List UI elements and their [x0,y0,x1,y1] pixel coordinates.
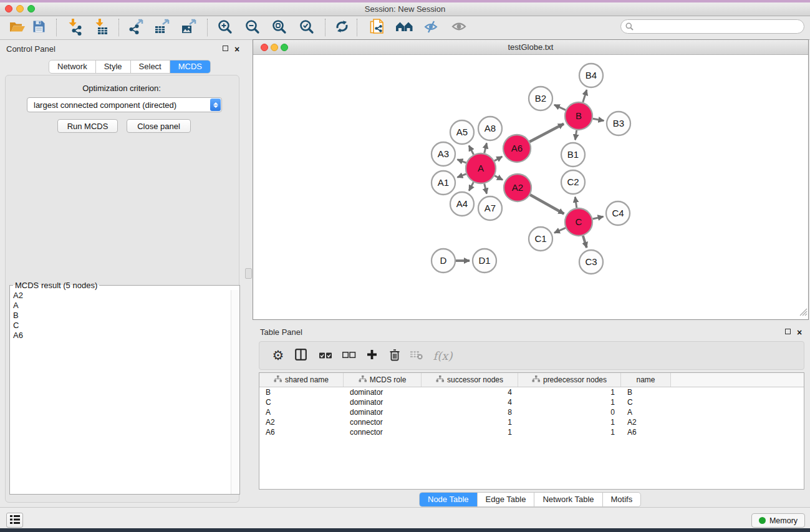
export-network-button[interactable] [125,17,147,38]
close-network-button[interactable] [261,44,268,51]
close-panel-button[interactable]: Close panel [127,119,191,133]
export-table-button[interactable] [152,17,173,38]
table-row[interactable]: Bdominator41B [259,387,804,397]
minimize-network-button[interactable] [271,44,278,51]
hierarchy-icon [532,375,540,384]
graph-edge-A-A2[interactable] [494,176,503,180]
cell-predecessor-nodes: 1 [518,428,621,437]
result-scrollbar[interactable] [231,290,239,494]
graph-edge-C-C2[interactable] [575,197,576,208]
close-window-button[interactable] [5,5,12,12]
table-settings-button[interactable]: ⚙ [268,346,288,365]
delete-table-button[interactable] [407,346,427,365]
node-table: shared nameMCDS rolesuccessor nodesprede… [259,372,804,490]
close-table-panel-icon[interactable]: × [797,329,802,336]
table-row[interactable]: A6connector11A6 [259,427,804,437]
graph-edge-A-A3[interactable] [457,160,466,163]
import-network-button[interactable] [64,17,85,38]
home-button[interactable] [393,17,415,38]
tab-style[interactable]: Style [96,60,131,73]
zoom-window-button[interactable] [27,5,35,12]
column-header-shared-name[interactable]: shared name [259,373,344,387]
graph-edge-A-A7[interactable] [485,183,487,193]
column-header-mcds-role[interactable]: MCDS role [344,373,422,387]
refresh-view-button[interactable] [331,17,352,38]
tab-mcds[interactable]: MCDS [170,60,210,73]
cell-mcds-role: dominator [344,398,422,407]
import-table-button[interactable] [91,17,112,38]
table-row[interactable]: Adominator80A [259,407,804,417]
mcds-result-item[interactable]: A2 [13,291,239,301]
graph-edge-A-A8[interactable] [485,143,487,153]
resize-grip-icon[interactable] [799,307,808,319]
task-history-button[interactable] [6,513,23,528]
function-builder-button[interactable]: f(x) [429,346,456,365]
tab-node-table[interactable]: Node Table [420,493,478,506]
zoom-in-button[interactable] [214,17,235,38]
table-body: Bdominator41BCdominator41CAdominator80AA… [259,387,804,489]
tab-network-table[interactable]: Network Table [534,493,602,506]
tab-edge-table[interactable]: Edge Table [478,493,535,506]
network-graph[interactable]: B4B2BB3A5A8A6B1A3AA1C2A2A4A7C4CC1C3DD1 [253,55,808,319]
table-row[interactable]: Cdominator41C [259,397,804,407]
graph-edge-C-C4[interactable] [592,216,603,219]
graph-edge-C-C3[interactable] [583,236,587,248]
cell-name: A [621,408,671,417]
fx-icon: f(x) [433,349,453,362]
mcds-result-item[interactable]: A [13,301,239,311]
export-image-button[interactable] [178,17,200,38]
mcds-result-item[interactable]: B [13,311,239,321]
cell-predecessor-nodes: 0 [518,408,621,417]
graph-edge-B-B3[interactable] [593,118,604,120]
hierarchy-icon [436,375,444,384]
zoom-out-button[interactable] [241,17,263,38]
mcds-result-item[interactable]: A6 [13,331,239,341]
column-header-name[interactable]: name [621,373,671,387]
tab-select[interactable]: Select [131,60,170,73]
graph-edge-C-C1[interactable] [554,228,566,233]
window-title: Session: New Session [0,2,810,16]
add-row-button[interactable] [362,346,382,365]
graph-edge-A-A1[interactable] [457,174,466,177]
zoom-selected-button[interactable] [296,17,317,38]
run-mcds-button[interactable]: Run MCDS [57,119,118,133]
panel-splitter-handle[interactable] [245,268,252,279]
table-row[interactable]: A2connector11A2 [259,417,804,427]
graph-edge-A6-B[interactable] [529,124,564,142]
zoom-fit-button[interactable] [268,17,289,38]
close-panel-icon[interactable]: × [234,46,239,53]
table-toolbar: ⚙ f(x) [259,341,804,370]
graph-edge-A-A4[interactable] [469,182,473,191]
minimize-window-button[interactable] [16,5,24,12]
control-panel-title: Control Panel [6,44,55,54]
search-field[interactable] [620,19,804,34]
graph-edge-B-B1[interactable] [575,130,576,140]
graph-edge-A-A6[interactable] [494,157,502,161]
search-input[interactable] [636,21,799,33]
tab-motifs[interactable]: Motifs [603,493,641,506]
deselect-all-columns-button[interactable] [339,346,359,365]
show-details-button[interactable] [448,17,470,38]
tab-network[interactable]: Network [49,60,96,73]
graph-edge-B-B4[interactable] [583,90,587,102]
criterion-select[interactable]: largest connected component (directed) [27,97,222,112]
memory-button[interactable]: Memory [751,513,805,528]
mcds-result-item[interactable]: C [13,321,239,331]
graph-edge-A2-C[interactable] [530,195,564,214]
graph-node-label: A5 [456,127,468,137]
hide-details-button[interactable] [420,17,441,38]
delete-row-button[interactable] [385,346,405,365]
maximize-network-button[interactable] [281,44,288,51]
open-file-button[interactable] [7,17,28,38]
graph-edge-B-B2[interactable] [554,105,566,110]
float-panel-icon[interactable] [223,46,228,51]
column-header-predecessor-nodes[interactable]: predecessor nodes [518,373,621,387]
float-table-panel-icon[interactable] [785,329,791,334]
save-session-button[interactable] [28,17,49,38]
select-all-columns-button[interactable] [316,346,335,365]
column-header-successor-nodes[interactable]: successor nodes [422,373,518,387]
column-layout-button[interactable] [291,346,311,365]
network-canvas[interactable]: B4B2BB3A5A8A6B1A3AA1C2A2A4A7C4CC1C3DD1 [253,55,808,319]
network-file-button[interactable] [367,17,388,38]
graph-edge-A-A5[interactable] [469,145,473,154]
